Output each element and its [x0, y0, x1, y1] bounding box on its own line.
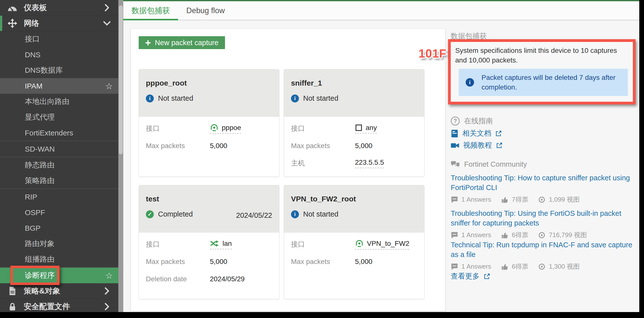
sidebar-item-dns[interactable]: DNS — [0, 47, 118, 62]
comment-icon — [451, 232, 458, 239]
capture-card-grid: pppoe_rootiNot started接口pppoeMax packets… — [139, 69, 438, 299]
sidebar-item-bgp[interactable]: BGP — [0, 220, 118, 236]
info-circle-icon: i — [291, 94, 299, 102]
sidebar-item-diagnostics[interactable]: 诊断程序☆ — [0, 268, 118, 283]
sidebar-item-static-routes[interactable]: 静态路由 — [0, 157, 118, 173]
sidebar-item-policy-routes[interactable]: 策略路由 — [0, 173, 118, 188]
tab-label: 数据包捕获 — [132, 6, 170, 16]
sidebar-menu: 仪表板网络接口DNSDNS数据库IPAM☆本地出向路由显式代理FortiExte… — [0, 0, 118, 312]
capture-name: pppoe_root — [146, 79, 187, 87]
sidebar-item-label: 本地出向路由 — [25, 96, 70, 107]
sidebar-item-label: 诊断程序 — [25, 270, 54, 280]
capture-card: sniffer_1iNot started接口anyMax packets5,0… — [284, 69, 424, 177]
online-guide-header: ? 在线指南 — [451, 116, 493, 126]
community-post-link[interactable]: Troubleshooting Tip: Using the FortiOS b… — [451, 208, 636, 228]
card-row: 接口lan — [146, 236, 272, 253]
row-label: Max packets — [291, 258, 355, 266]
capture-status: ✓Completed — [146, 210, 193, 218]
row-value[interactable]: 223.5.5.5 — [355, 158, 384, 168]
guide-link-related-docs[interactable]: 相关文档 — [451, 128, 502, 138]
post-votes-label: 6得票 — [512, 262, 528, 271]
sidebar-item-security-profiles[interactable]: 安全配置文件 — [0, 299, 118, 312]
row-value[interactable]: lan — [210, 240, 232, 249]
card-row: 接口any — [291, 120, 417, 137]
sidebar-item-local-out-routing[interactable]: 本地出向路由 — [0, 94, 118, 110]
row-value: 5,000 — [355, 258, 372, 266]
row-label: Deletion date — [146, 275, 210, 283]
row-value-text: 5,000 — [210, 258, 227, 266]
row-value[interactable]: VPN_to_FW2 — [355, 239, 409, 250]
book-icon — [451, 130, 458, 138]
external-link-icon — [484, 273, 490, 280]
sidebar-item-fortiextenders[interactable]: FortiExtenders — [0, 125, 118, 141]
sidebar-item-multicast-routing[interactable]: 组播路由 — [0, 252, 118, 267]
row-label: 接口 — [291, 240, 355, 249]
tab-debug-flow[interactable]: Debug flow — [178, 1, 233, 20]
chevron-right-icon — [102, 287, 112, 295]
sidebar-item-label: DNS数据库 — [25, 65, 63, 76]
tunnel-icon — [210, 123, 218, 132]
sidebar-item-explicit-proxy[interactable]: 显式代理 — [0, 110, 118, 125]
row-value: 5,000 — [355, 142, 372, 150]
row-label: Max packets — [291, 142, 355, 150]
move-icon — [8, 18, 17, 28]
sidebar-item-sd-wan[interactable]: SD-WAN — [0, 141, 118, 157]
status-label: Not started — [158, 94, 193, 102]
comment-icon — [451, 263, 458, 270]
packet-capture-panel: + New packet capture pppoe_rootiNot star… — [131, 28, 445, 311]
community-header: Fortinet Community — [451, 160, 527, 168]
card-row: Max packets5,000 — [146, 253, 272, 270]
row-value-text: pppoe — [222, 124, 241, 132]
favorite-star-icon[interactable]: ☆ — [106, 82, 113, 90]
favorite-star-icon[interactable]: ☆ — [106, 271, 113, 280]
post-views: 1,300 视图 — [538, 262, 580, 271]
sidebar-scrollbar-thumb[interactable] — [119, 6, 123, 154]
capture-card: test✓Completed2024/05/22接口lanMax packets… — [139, 185, 279, 299]
sidebar-item-ipam[interactable]: IPAM☆ — [0, 78, 118, 94]
post-votes: 7得票 — [501, 195, 528, 204]
plus-icon: + — [145, 38, 151, 47]
row-value-text: VPN_to_FW2 — [367, 240, 409, 248]
views-icon — [538, 232, 546, 239]
sidebar-item-label: RIP — [25, 193, 37, 201]
row-label: 接口 — [291, 124, 355, 133]
info-note-box: i Packet captures will be deleted 7 days… — [459, 69, 628, 96]
sidebar-item-dns-database[interactable]: DNS数据库 — [0, 62, 118, 78]
sidebar-item-ospf[interactable]: OSPF — [0, 205, 118, 220]
sidebar-item-routing-objects[interactable]: 路由对象 — [0, 236, 118, 252]
chat-icon — [451, 160, 460, 168]
tab-packet-capture[interactable]: 数据包捕获 — [123, 1, 178, 20]
view-more-label: 查看更多 — [451, 271, 480, 281]
sidebar-item-policy-objects[interactable]: 策略&对象 — [0, 283, 118, 299]
post-votes-label: 6得票 — [512, 231, 528, 239]
new-packet-capture-button[interactable]: + New packet capture — [139, 36, 225, 49]
guide-link-label: 视频教程 — [463, 140, 492, 150]
row-label: Max packets — [146, 142, 210, 150]
sidebar: 仪表板网络接口DNSDNS数据库IPAM☆本地出向路由显式代理FortiExte… — [0, 0, 123, 312]
comment-icon — [451, 196, 458, 204]
row-value-text: 5,000 — [355, 142, 372, 150]
capture-name: test — [146, 195, 159, 203]
row-value[interactable]: any — [355, 124, 377, 134]
sidebar-item-dashboard[interactable]: 仪表板 — [0, 0, 118, 16]
row-value-text: 5,000 — [210, 142, 227, 150]
shuffle-icon — [210, 240, 219, 247]
community-post-link[interactable]: Troubleshooting Tip: How to capture snif… — [451, 173, 636, 192]
row-value[interactable]: pppoe — [210, 123, 241, 134]
sidebar-item-network[interactable]: 网络 — [0, 16, 118, 31]
guide-link-video-tutorials[interactable]: 视频教程 — [451, 140, 502, 150]
sidebar-item-interfaces[interactable]: 接口 — [0, 31, 118, 47]
question-icon: ? — [451, 116, 460, 126]
post-answers-label: 1 Answers — [462, 196, 491, 204]
post-answers: 1 Answers — [451, 231, 491, 239]
sidebar-scrollbar[interactable] — [118, 0, 123, 312]
help-panel: 数据包捕获 System specifications limit this d… — [451, 0, 636, 312]
status-date: 2024/05/22 — [236, 211, 272, 220]
sidebar-item-rip[interactable]: RIP — [0, 189, 118, 205]
tab-label: Debug flow — [186, 6, 225, 15]
post-views-label: 1,300 视图 — [549, 262, 580, 271]
document-icon — [8, 286, 17, 296]
view-more-link[interactable]: 查看更多 — [451, 271, 490, 281]
sidebar-item-label: 接口 — [25, 34, 40, 44]
community-post-link[interactable]: Technical Tip: Run tcpdump in FNAC-F and… — [451, 240, 636, 260]
